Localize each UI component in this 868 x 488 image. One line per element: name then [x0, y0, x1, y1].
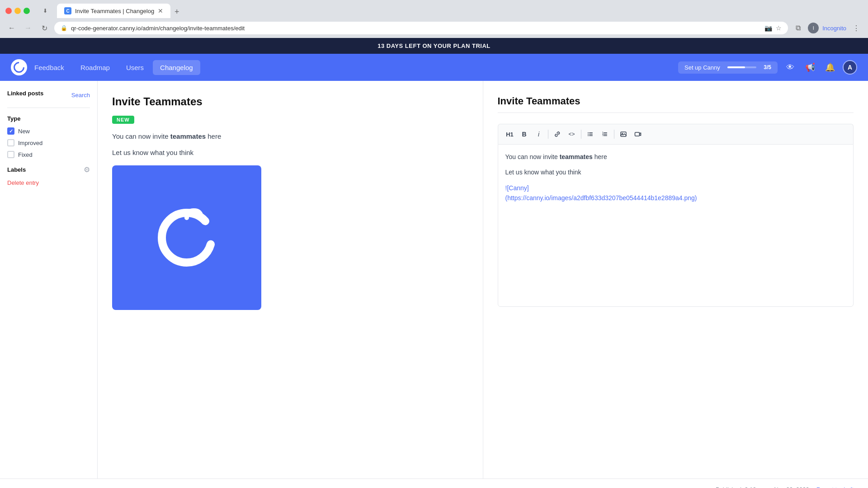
svg-rect-7 [604, 132, 607, 133]
editor-line1: You can now invite teammates here [505, 152, 846, 162]
main-nav: Feedback Roadmap Users Changelog [27, 60, 200, 75]
delete-entry-link[interactable]: Delete entry [7, 179, 90, 186]
back-button[interactable]: ← [5, 22, 18, 34]
bookmark-icon[interactable]: ☆ [776, 24, 782, 32]
checkbox-improved-box[interactable] [7, 139, 14, 146]
menu-icon[interactable]: ⋮ [850, 22, 863, 34]
sidebar: Linked posts Search Type ✓ New Improved … [0, 81, 98, 479]
toolbar-bold-btn[interactable]: B [518, 128, 531, 141]
tab-close-button[interactable]: ✕ [158, 7, 163, 14]
setup-label: Set up Canny [684, 64, 720, 71]
setup-count: 3/5 [764, 64, 771, 70]
bell-icon-btn[interactable]: 🔔 [823, 60, 837, 75]
new-badge: NEW [112, 116, 134, 124]
toolbar-separator-1 [548, 130, 548, 139]
forward-button[interactable]: → [22, 22, 34, 34]
setup-bar[interactable]: Set up Canny 3/5 [678, 61, 778, 74]
toolbar-separator-2 [581, 130, 581, 139]
announce-icon-btn[interactable]: 📢 [803, 60, 817, 75]
setup-progress-bar [727, 66, 757, 68]
checkbox-improved[interactable]: Improved [7, 139, 90, 146]
toolbar-code-btn[interactable]: <> [566, 128, 578, 141]
tab-title: Invite Teammates | Changelog [75, 8, 154, 14]
lock-icon: 🔒 [61, 25, 67, 31]
linked-posts-label: Linked posts [7, 90, 43, 97]
app-nav: Feedback Roadmap Users Changelog Set up … [0, 54, 868, 81]
checkbox-new-box[interactable]: ✓ [7, 127, 14, 135]
checkbox-fixed-label: Fixed [18, 151, 33, 158]
svg-rect-2 [589, 134, 593, 135]
avatar-btn[interactable]: A [843, 60, 857, 75]
toolbar-separator-3 [614, 130, 614, 139]
view-icon-btn[interactable]: 👁 [783, 60, 797, 75]
checkbox-fixed-box[interactable] [7, 151, 14, 158]
camera-off-icon: 📷 [764, 24, 772, 32]
profile-icon[interactable]: I [808, 23, 819, 33]
editor-line2: Let us know what you think [505, 167, 846, 177]
svg-rect-15 [635, 132, 639, 136]
minimize-button[interactable] [14, 8, 21, 14]
toolbar-ol-btn[interactable]: 123 [599, 128, 611, 141]
labels-gear-icon[interactable]: ⚙ [84, 165, 90, 174]
close-button[interactable] [5, 8, 12, 14]
editor-content[interactable]: You can now invite teammates here Let us… [498, 144, 854, 307]
toolbar-ul-btn[interactable] [584, 128, 597, 141]
svg-text:3: 3 [602, 134, 604, 136]
active-tab[interactable]: C Invite Teammates | Changelog ✕ [57, 4, 170, 18]
checkbox-fixed[interactable]: Fixed [7, 151, 90, 158]
labels-title: Labels [7, 166, 26, 173]
edit-footer: Published: 3:18pm on Nov 22, 2023 Revert… [0, 479, 868, 488]
toolbar-image-btn[interactable] [617, 128, 630, 141]
svg-rect-8 [604, 134, 607, 135]
preview-title: Invite Teammates [112, 95, 468, 108]
incognito-label: Incognito [822, 25, 846, 32]
nav-changelog[interactable]: Changelog [153, 60, 200, 75]
notification-dot [812, 62, 816, 66]
content-area: Invite Teammates NEW You can now invite … [98, 81, 868, 479]
svg-point-6 [588, 135, 589, 136]
checkbox-new-label: New [18, 128, 30, 135]
new-tab-button[interactable]: + [170, 5, 183, 18]
editor-line3: ![Canny] [505, 183, 846, 193]
url-text[interactable]: qr-code-generator.canny.io/admin/changel… [71, 25, 245, 32]
svg-point-0 [162, 213, 212, 263]
maximize-button[interactable] [24, 8, 30, 14]
nav-feedback[interactable]: Feedback [27, 60, 71, 75]
toolbar-video-btn[interactable] [632, 128, 644, 141]
checkbox-new[interactable]: ✓ New [7, 127, 90, 135]
reload-button[interactable]: ↻ [38, 22, 51, 34]
trial-banner: 13 DAYS LEFT ON YOUR PLAN TRIAL [0, 38, 868, 54]
edit-pane: H1 B i <> 123 [483, 81, 868, 479]
preview-body-line2: Let us know what you think [112, 147, 468, 158]
preview-image [112, 165, 261, 310]
extensions-icon[interactable]: ⧉ [792, 22, 804, 34]
editor-line4: (https://canny.io/images/a2dfbf633d3207b… [505, 193, 846, 203]
toolbar-h1-btn[interactable]: H1 [504, 128, 516, 141]
title-input[interactable] [498, 95, 854, 113]
preview-pane: Invite Teammates NEW You can now invite … [98, 81, 483, 479]
toolbar-link-btn[interactable] [551, 128, 564, 141]
svg-rect-9 [604, 136, 607, 136]
editor-toolbar: H1 B i <> 123 [498, 124, 854, 144]
type-label: Type [7, 115, 90, 122]
published-text: Published: 3:18pm on Nov 22, 2023 [716, 486, 809, 488]
toolbar-italic-btn[interactable]: i [533, 128, 545, 141]
preview-body-line1: You can now invite teammates here [112, 131, 468, 142]
svg-rect-3 [589, 136, 593, 136]
canny-logo[interactable] [11, 59, 27, 75]
svg-point-4 [588, 132, 589, 133]
tab-favicon: C [64, 7, 71, 14]
nav-users[interactable]: Users [119, 60, 151, 75]
search-link[interactable]: Search [71, 92, 90, 99]
avatar: A [844, 61, 856, 74]
sidebar-divider-1 [7, 108, 90, 108]
svg-rect-1 [589, 132, 593, 133]
svg-point-5 [588, 134, 589, 135]
checkbox-improved-label: Improved [18, 140, 42, 146]
revert-to-draft-link[interactable]: Revert to draft [816, 486, 854, 488]
nav-roadmap[interactable]: Roadmap [73, 60, 117, 75]
